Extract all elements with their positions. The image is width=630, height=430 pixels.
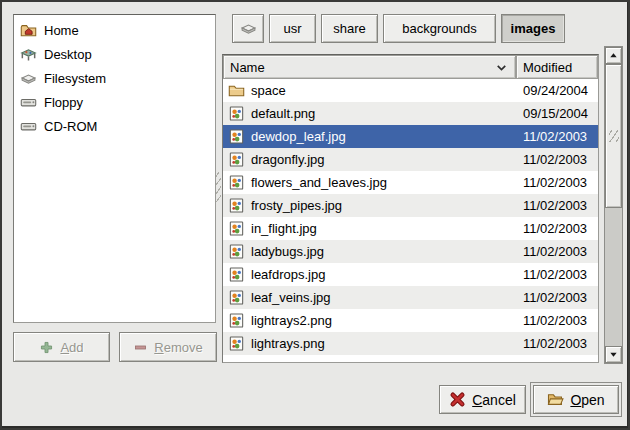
scrollbar-thumb-grip xyxy=(609,130,619,142)
file-row-flowers-and-leaves-jpg[interactable]: flowers_and_leaves.jpg 11/02/2003 xyxy=(223,171,598,194)
pane-resize-handle[interactable] xyxy=(216,172,221,202)
drive-icon xyxy=(20,94,37,111)
file-chooser-dialog: Home Desktop Filesystem Floppy CD-ROM Ad… xyxy=(0,0,630,430)
cancel-button-label: Cancel xyxy=(472,392,516,408)
file-name: default.png xyxy=(251,106,315,121)
file-name: frosty_pipes.jpg xyxy=(251,198,342,213)
file-row-dewdop-leaf-jpg[interactable]: dewdop_leaf.jpg 11/02/2003 xyxy=(223,125,598,148)
file-name: leafdrops.jpg xyxy=(251,267,325,282)
sidebar-item-label: Filesystem xyxy=(44,71,106,86)
file-row-lightrays-png[interactable]: lightrays.png 11/02/2003 xyxy=(223,332,598,355)
open-button[interactable]: Open xyxy=(533,385,619,414)
add-button[interactable]: Add xyxy=(13,332,110,362)
file-modified-date: 11/02/2003 xyxy=(516,152,598,167)
breadcrumb-backgrounds[interactable]: backgrounds xyxy=(383,14,496,43)
image-file-icon xyxy=(228,197,245,214)
remove-minus-icon xyxy=(133,340,148,355)
scroll-up-button[interactable] xyxy=(605,47,622,64)
remove-button-label: Remove xyxy=(154,340,202,355)
breadcrumb-root[interactable] xyxy=(232,14,264,43)
add-plus-icon xyxy=(39,340,54,355)
sort-down-icon xyxy=(494,60,509,75)
sidebar-item-label: Floppy xyxy=(44,95,83,110)
file-modified-date: 11/02/2003 xyxy=(516,129,598,144)
file-name: flowers_and_leaves.jpg xyxy=(251,175,387,190)
file-modified-date: 11/02/2003 xyxy=(516,244,598,259)
image-file-icon xyxy=(228,128,245,145)
file-rows: space 09/24/2004 default.png 09/15/2004 … xyxy=(223,79,598,355)
file-name: in_flight.jpg xyxy=(251,221,317,236)
home-icon xyxy=(20,22,37,39)
sidebar-item-desktop[interactable]: Desktop xyxy=(14,42,215,66)
remove-button[interactable]: Remove xyxy=(119,332,217,362)
file-modified-date: 11/02/2003 xyxy=(516,221,598,236)
image-file-icon xyxy=(228,220,245,237)
sidebar-item-label: Home xyxy=(44,23,79,38)
file-name: lightrays2.png xyxy=(251,313,332,328)
sidebar-item-filesystem[interactable]: Filesystem xyxy=(14,66,215,90)
sidebar-item-label: Desktop xyxy=(44,47,92,62)
filesystem-icon xyxy=(20,70,37,87)
file-row-lightrays2-png[interactable]: lightrays2.png 11/02/2003 xyxy=(223,309,598,332)
desktop-icon xyxy=(20,46,37,63)
file-modified-date: 09/15/2004 xyxy=(516,106,598,121)
arrow-down-icon xyxy=(608,349,619,360)
image-file-icon xyxy=(228,105,245,122)
open-button-label: Open xyxy=(570,392,604,408)
file-modified-date: 09/24/2004 xyxy=(516,83,598,98)
breadcrumb-share[interactable]: share xyxy=(321,14,378,43)
file-row-leafdrops-jpg[interactable]: leafdrops.jpg 11/02/2003 xyxy=(223,263,598,286)
sidebar-item-home[interactable]: Home xyxy=(14,18,215,42)
scrollbar-thumb[interactable] xyxy=(605,64,622,208)
column-header-name-label: Name xyxy=(230,60,265,75)
file-modified-date: 11/02/2003 xyxy=(516,198,598,213)
column-header-modified-label: Modified xyxy=(523,60,572,75)
sidebar-item-label: CD-ROM xyxy=(44,119,97,134)
places-sidebar: Home Desktop Filesystem Floppy CD-ROM xyxy=(13,14,216,323)
file-name: space xyxy=(251,83,286,98)
add-button-label: Add xyxy=(60,340,83,355)
disk-icon xyxy=(240,20,257,37)
breadcrumb-images[interactable]: images xyxy=(501,14,565,43)
open-folder-icon xyxy=(547,391,564,408)
file-modified-date: 11/02/2003 xyxy=(516,290,598,305)
image-file-icon xyxy=(228,243,245,260)
image-file-icon xyxy=(228,312,245,329)
sidebar-item-cd-rom[interactable]: CD-ROM xyxy=(14,114,215,138)
image-file-icon xyxy=(228,289,245,306)
vertical-scrollbar[interactable] xyxy=(604,46,623,364)
file-list-pane: Name Modified space 09/24/2004 default.p… xyxy=(222,54,599,363)
scroll-down-button[interactable] xyxy=(605,346,622,363)
cancel-x-icon xyxy=(449,391,466,408)
file-row-leaf-veins-jpg[interactable]: leaf_veins.jpg 11/02/2003 xyxy=(223,286,598,309)
file-row-space[interactable]: space 09/24/2004 xyxy=(223,79,598,102)
folder-icon xyxy=(228,82,245,99)
image-file-icon xyxy=(228,266,245,283)
file-row-default-png[interactable]: default.png 09/15/2004 xyxy=(223,102,598,125)
file-name: dewdop_leaf.jpg xyxy=(251,129,346,144)
column-header-name[interactable]: Name xyxy=(223,55,516,79)
file-modified-date: 11/02/2003 xyxy=(516,313,598,328)
file-row-dragonfly-jpg[interactable]: dragonfly.jpg 11/02/2003 xyxy=(223,148,598,171)
breadcrumb-usr[interactable]: usr xyxy=(269,14,316,43)
file-name: lightrays.png xyxy=(251,336,325,351)
file-modified-date: 11/02/2003 xyxy=(516,267,598,282)
file-name: leaf_veins.jpg xyxy=(251,290,331,305)
image-file-icon xyxy=(228,174,245,191)
file-name: ladybugs.jpg xyxy=(251,244,324,259)
image-file-icon xyxy=(228,335,245,352)
file-modified-date: 11/02/2003 xyxy=(516,336,598,351)
list-header: Name Modified xyxy=(223,55,598,79)
sidebar-item-floppy[interactable]: Floppy xyxy=(14,90,215,114)
drive-icon xyxy=(20,118,37,135)
file-modified-date: 11/02/2003 xyxy=(516,175,598,190)
image-file-icon xyxy=(228,151,245,168)
file-row-ladybugs-jpg[interactable]: ladybugs.jpg 11/02/2003 xyxy=(223,240,598,263)
cancel-button[interactable]: Cancel xyxy=(439,385,526,414)
file-row-frosty-pipes-jpg[interactable]: frosty_pipes.jpg 11/02/2003 xyxy=(223,194,598,217)
file-row-in-flight-jpg[interactable]: in_flight.jpg 11/02/2003 xyxy=(223,217,598,240)
file-name: dragonfly.jpg xyxy=(251,152,324,167)
column-header-modified[interactable]: Modified xyxy=(516,55,598,79)
arrow-up-icon xyxy=(608,50,619,61)
